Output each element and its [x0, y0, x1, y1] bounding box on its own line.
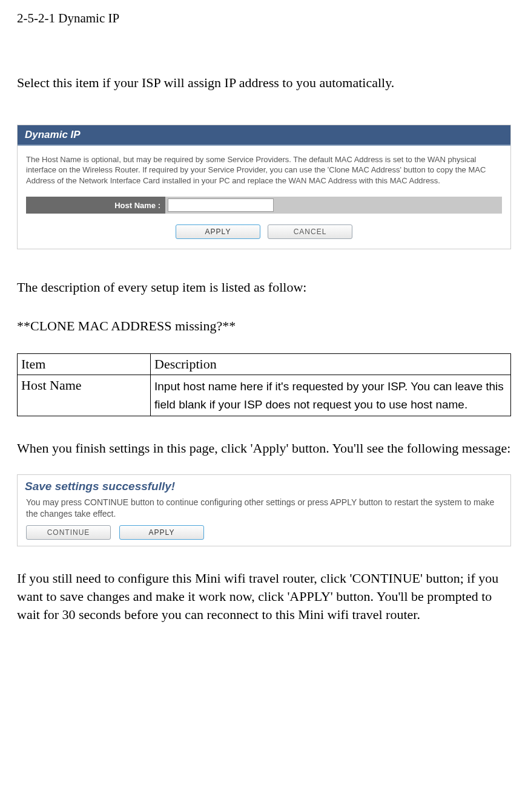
clone-mac-missing-note: **CLONE MAC ADDRESS missing?** — [17, 318, 511, 334]
after-apply-text: When you finish settings in this page, c… — [17, 439, 511, 457]
table-header-item: Item — [18, 354, 151, 375]
panel-description: The Host Name is optional, but may be re… — [18, 146, 510, 197]
cancel-button[interactable]: CANCEL — [268, 224, 352, 239]
save-panel-description: You may press CONTINUE button to continu… — [18, 496, 510, 526]
apply-button[interactable]: APPLY — [176, 224, 260, 239]
panel-title: Dynamic IP — [18, 125, 510, 146]
description-follows-text: The description of every setup item is l… — [17, 280, 511, 295]
intro-text: Select this item if your ISP will assign… — [17, 74, 511, 91]
hostname-label: Host Name : — [26, 197, 165, 214]
save-apply-button[interactable]: APPLY — [119, 525, 204, 540]
continue-button[interactable]: CONTINUE — [26, 525, 111, 540]
save-settings-panel: Save settings successfully! You may pres… — [17, 474, 511, 547]
table-row: Host Name Input host name here if it's r… — [18, 375, 511, 416]
hostname-input-cell — [165, 197, 502, 214]
dynamic-ip-panel: Dynamic IP The Host Name is optional, bu… — [17, 125, 511, 250]
table-header-desc: Description — [151, 354, 511, 375]
item-description-table: Item Description Host Name Input host na… — [17, 353, 511, 416]
panel-button-row: APPLY CANCEL — [18, 224, 510, 249]
save-button-row: CONTINUE APPLY — [18, 525, 510, 540]
hostname-row: Host Name : — [26, 197, 502, 214]
save-panel-title: Save settings successfully! — [18, 475, 510, 496]
form-band: Host Name : — [26, 197, 502, 214]
hostname-input[interactable] — [168, 198, 274, 212]
table-cell-item: Host Name — [18, 375, 151, 416]
table-cell-desc: Input host name here if it's requested b… — [151, 375, 511, 416]
closing-paragraph: If you still need to configure this Mini… — [17, 569, 511, 623]
section-heading: 2-5-2-1 Dynamic IP — [17, 11, 511, 26]
